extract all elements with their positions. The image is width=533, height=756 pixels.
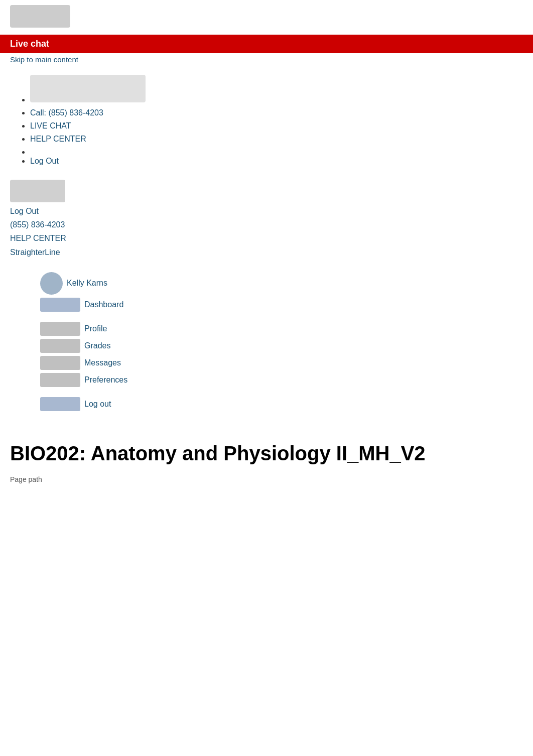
- sidebar-empty-2: [40, 390, 523, 394]
- sidebar-empty-3: [40, 414, 523, 418]
- user-helpcenter-link[interactable]: HELP CENTER: [10, 231, 523, 245]
- live-chat-link[interactable]: LIVE CHAT: [30, 121, 71, 130]
- user-name-link[interactable]: Kelly Karns: [67, 279, 107, 288]
- nav-item-helpcenter[interactable]: HELP CENTER: [30, 135, 523, 144]
- user-avatar-icon: [40, 272, 63, 295]
- user-logout-link[interactable]: Log Out: [10, 204, 523, 218]
- page-path-label: Page path: [10, 475, 523, 483]
- logout-link[interactable]: Log Out: [30, 157, 59, 165]
- sidebar-logout-link[interactable]: Log out: [84, 400, 111, 409]
- help-center-link[interactable]: HELP CENTER: [30, 135, 86, 143]
- nav-item-logout[interactable]: Log Out: [30, 157, 523, 166]
- messages-icon: [40, 356, 80, 370]
- brand-link[interactable]: StraighterLine: [10, 245, 523, 259]
- nav-divider: [30, 148, 523, 153]
- profile-icon: [40, 322, 80, 336]
- dashboard-link[interactable]: Dashboard: [84, 300, 123, 309]
- sidebar-item-preferences[interactable]: Preferences: [40, 373, 523, 387]
- skip-to-main-link[interactable]: Skip to main content: [0, 53, 533, 66]
- nav-logo-placeholder: [30, 75, 146, 102]
- sidebar-item-user: Kelly Karns: [40, 272, 523, 295]
- nav-item-livechat[interactable]: LIVE CHAT: [30, 121, 523, 131]
- grades-icon: [40, 339, 80, 353]
- live-chat-banner: Live chat: [0, 35, 533, 53]
- live-chat-label: Live chat: [10, 39, 49, 49]
- top-navigation: Call: (855) 836-4203 LIVE CHAT HELP CENT…: [0, 66, 533, 175]
- main-content: BIO202: Anatomy and Physiology II_MH_V2 …: [0, 426, 533, 493]
- top-logo-area: [0, 0, 533, 35]
- logo-placeholder: [10, 5, 70, 28]
- sidebar-item-messages[interactable]: Messages: [40, 356, 523, 370]
- profile-link[interactable]: Profile: [84, 324, 107, 333]
- sidebar-empty-1: [40, 315, 523, 319]
- logout-icon: [40, 397, 80, 411]
- nav-item-call[interactable]: Call: (855) 836-4203: [30, 108, 523, 117]
- messages-link[interactable]: Messages: [84, 358, 121, 367]
- preferences-link[interactable]: Preferences: [84, 375, 127, 385]
- nav-logo-item: [30, 75, 523, 104]
- dashboard-icon: [40, 298, 80, 312]
- user-info-section: Log Out (855) 836-4203 HELP CENTER Strai…: [0, 175, 533, 264]
- sidebar-navigation: Kelly Karns Dashboard Profile Grades Mes…: [0, 264, 533, 426]
- grades-link[interactable]: Grades: [84, 341, 110, 350]
- user-phone-link[interactable]: (855) 836-4203: [10, 218, 523, 231]
- sidebar-item-dashboard[interactable]: Dashboard: [40, 298, 523, 312]
- sidebar-item-logout[interactable]: Log out: [40, 397, 523, 411]
- sidebar-item-grades[interactable]: Grades: [40, 339, 523, 353]
- call-link[interactable]: Call: (855) 836-4203: [30, 108, 103, 117]
- page-title: BIO202: Anatomy and Physiology II_MH_V2: [10, 441, 523, 465]
- preferences-icon: [40, 373, 80, 387]
- user-avatar-block: [10, 180, 65, 202]
- sidebar-item-profile[interactable]: Profile: [40, 322, 523, 336]
